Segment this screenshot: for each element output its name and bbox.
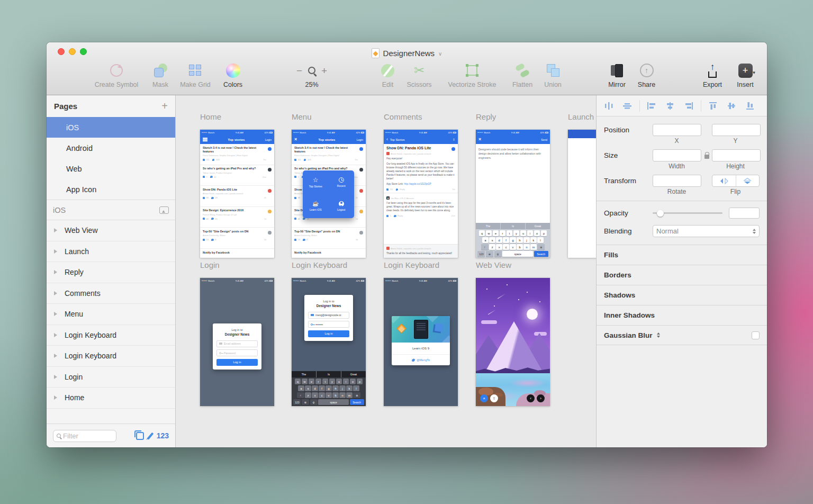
suggestion-key[interactable]: The — [476, 223, 501, 229]
disclosure-triangle-icon[interactable] — [54, 228, 59, 232]
key[interactable]: g — [510, 237, 516, 243]
zoom-window-button[interactable] — [80, 48, 87, 55]
key[interactable]: d — [312, 385, 318, 391]
align-left-icon[interactable] — [646, 102, 657, 110]
menu-logout[interactable]: Logout — [329, 194, 355, 218]
key[interactable]: x — [496, 244, 502, 250]
key[interactable]: h — [517, 237, 522, 243]
story-row[interactable]: Top-50 "Site Design" posts on DN Artiom … — [292, 228, 366, 249]
gaussian-blur-checkbox[interactable] — [752, 331, 760, 339]
login-link[interactable]: Login — [357, 138, 363, 141]
key[interactable]: k — [346, 385, 352, 391]
style-section-header[interactable]: Borders — [597, 265, 767, 285]
key[interactable]: a — [482, 237, 488, 243]
story-row[interactable]: Show DN: Panda iOS Lite Ahmet Sulek, nep… — [200, 186, 274, 207]
height-input[interactable] — [712, 149, 761, 161]
backspace-key[interactable]: ⊗ — [537, 244, 545, 250]
key[interactable]: k — [530, 237, 536, 243]
key[interactable]: s — [305, 385, 311, 391]
document-title-group[interactable]: DesignerNews ∨ — [372, 48, 442, 58]
artboard-web-view[interactable]: × ⇧ ‹ › — [476, 278, 550, 406]
align-center-horizontal-icon[interactable] — [665, 102, 675, 110]
globe-key[interactable]: ⊕ — [486, 251, 493, 257]
back-webview-button[interactable]: ‹ — [527, 394, 535, 402]
email-field[interactable]: Email address — [216, 340, 258, 347]
key[interactable]: i — [343, 379, 349, 384]
story-row[interactable]: So who's getting an iPad Pro and why? To… — [200, 165, 274, 186]
key[interactable]: l — [353, 385, 359, 391]
key[interactable]: o — [534, 230, 540, 236]
toolbar-export[interactable]: ↑ Export — [697, 62, 728, 94]
disclosure-triangle-icon[interactable] — [54, 291, 59, 295]
suggestion-key[interactable]: Great — [526, 223, 550, 229]
key[interactable]: o — [350, 379, 356, 384]
artboard-menu[interactable]: ●●●●●Sketch 9:41 AM 42% × Top stories Lo… — [292, 130, 366, 258]
artboard-home[interactable]: ●●●●●Sketch 9:41 AM 42% Top stories Logi… — [200, 130, 274, 258]
back-icon[interactable]: ‹ — [386, 137, 388, 142]
toolbar-flatten[interactable]: Flatten — [507, 62, 538, 94]
key[interactable]: w — [486, 230, 492, 236]
key[interactable]: q — [479, 230, 485, 236]
layer-row[interactable]: Reply — [47, 262, 175, 283]
layer-row[interactable]: Comments — [47, 283, 175, 304]
login-button[interactable]: Log in — [308, 330, 349, 337]
menu-recent[interactable]: Recent — [329, 170, 355, 194]
key[interactable]: s — [489, 237, 495, 243]
toolbar-mirror[interactable]: Mirror — [602, 62, 631, 94]
disclosure-triangle-icon[interactable] — [54, 312, 59, 316]
mic-key[interactable]: ψ — [310, 399, 318, 405]
key[interactable]: h — [332, 385, 338, 391]
password-field[interactable]: Password — [216, 349, 258, 356]
key[interactable]: n — [339, 392, 345, 398]
page-item-ios[interactable]: iOS — [47, 117, 175, 138]
key[interactable]: y — [513, 230, 519, 236]
toolbar-union[interactable]: Union — [538, 62, 567, 94]
key[interactable]: e — [493, 230, 499, 236]
opacity-input[interactable] — [729, 208, 760, 219]
blur-type-stepper-icon[interactable] — [657, 331, 660, 339]
key[interactable]: r — [500, 230, 505, 236]
key[interactable]: z — [489, 244, 495, 250]
align-top-icon[interactable] — [708, 102, 718, 110]
layer-row[interactable]: Login Keyboard — [47, 346, 175, 367]
key[interactable]: w — [302, 379, 308, 384]
key[interactable]: b — [332, 392, 338, 398]
suggestion-key[interactable]: Is — [501, 223, 526, 229]
artboard-label-comments[interactable]: Comments — [384, 112, 422, 121]
key[interactable]: u — [520, 230, 526, 236]
shift-key[interactable]: ↑ — [297, 392, 304, 398]
back-label[interactable]: Top Stories — [390, 138, 405, 141]
page-item-web[interactable]: Web — [47, 158, 175, 179]
key[interactable]: i — [527, 230, 533, 236]
share-webview-button[interactable]: ⇧ — [490, 394, 498, 402]
key[interactable]: j — [339, 385, 345, 391]
artboard-login[interactable]: ●●●●●Sketch 9:41 AM 42% Log in to Design… — [200, 278, 274, 406]
key[interactable]: x — [312, 392, 318, 398]
app-store-link[interactable]: http://apple.co/1D23pGP — [404, 183, 431, 185]
insert-caret-icon[interactable]: ▾ — [753, 70, 755, 75]
layer-row[interactable]: Launch — [47, 241, 175, 263]
blending-dropdown[interactable]: Normal — [653, 225, 760, 237]
artboard-label-login-keyboard-2[interactable]: Login Keyboard — [384, 260, 439, 269]
opacity-slider-knob[interactable] — [657, 210, 664, 217]
artboard-label-home[interactable]: Home — [200, 112, 221, 121]
filter-field[interactable] — [53, 430, 116, 442]
login-button[interactable]: Log in — [216, 359, 258, 366]
artboard-label-web-view[interactable]: Web View — [476, 260, 511, 269]
key[interactable]: p — [357, 379, 363, 384]
send-button[interactable]: Send — [541, 138, 547, 141]
key[interactable]: l — [537, 237, 543, 243]
layer-row[interactable]: Web View — [47, 220, 175, 241]
globe-key[interactable]: ⊕ — [302, 399, 309, 405]
suggestion-key[interactable]: Is — [317, 371, 341, 377]
key[interactable]: e — [309, 379, 314, 384]
align-bottom-icon[interactable] — [745, 102, 755, 110]
rotate-input[interactable] — [653, 175, 701, 187]
toolbar-mask[interactable]: Mask — [147, 62, 174, 94]
password-field[interactable]: •••••••• — [308, 321, 349, 328]
story-row[interactable]: Site Design: Epicurrence 2016 Patrick Wo… — [200, 207, 274, 228]
artboard-reply[interactable]: ●●●●●Sketch 9:41 AM 42% × Send Designers… — [476, 130, 550, 258]
canvas[interactable]: Home Menu Comments Reply Launch Login Lo… — [176, 95, 596, 447]
key[interactable]: j — [523, 237, 529, 243]
key[interactable]: n — [523, 244, 529, 250]
